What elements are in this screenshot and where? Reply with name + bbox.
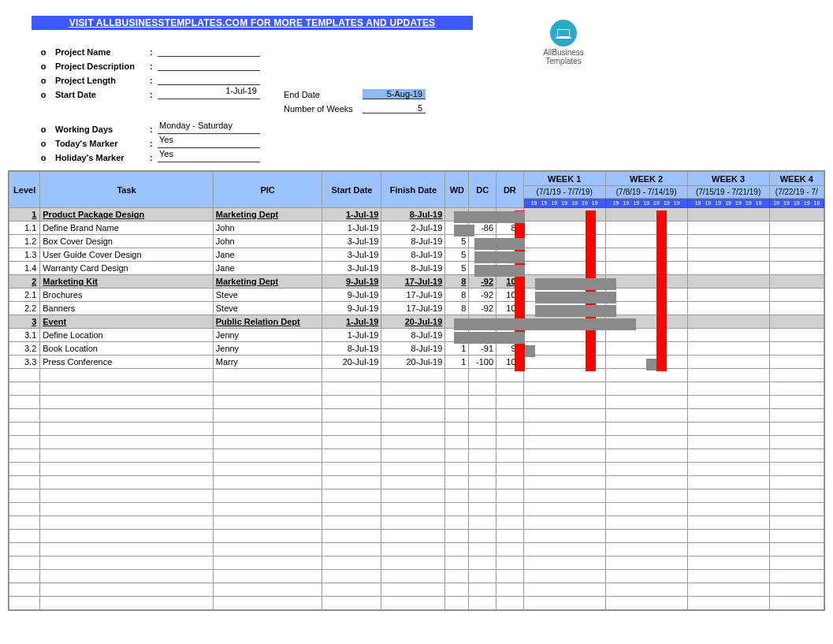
gantt-bar[interactable] — [535, 278, 616, 290]
meta-extra-value[interactable]: 5-Aug-19 — [363, 89, 426, 99]
cell-finish[interactable]: 8-Jul-19 — [381, 208, 445, 221]
gantt-bar[interactable] — [535, 292, 616, 303]
cell-finish[interactable]: 17-Jul-19 — [381, 288, 445, 302]
cell-level[interactable]: 3.3 — [9, 356, 40, 369]
meta-value[interactable] — [158, 58, 260, 71]
cell-level[interactable]: 2 — [9, 275, 40, 288]
cell-start[interactable]: 9-Jul-19 — [322, 302, 381, 315]
gantt-bar[interactable] — [474, 265, 525, 277]
logo[interactable]: AllBusiness Templates — [536, 20, 591, 65]
meta-value[interactable]: 1-Jul-19 — [158, 86, 260, 99]
cell-task[interactable]: Book Location — [40, 342, 214, 356]
cell-pic[interactable]: Jenny — [213, 329, 322, 342]
cell-finish[interactable]: 8-Jul-19 — [381, 262, 445, 275]
cell-pic[interactable]: John — [213, 235, 322, 248]
meta-value[interactable]: Yes — [158, 149, 260, 162]
gantt-bar[interactable] — [474, 251, 525, 263]
cell-level[interactable]: 3.1 — [9, 329, 40, 342]
cell-task[interactable]: Box Cover Design — [40, 235, 214, 248]
cell-pic[interactable]: Marketing Dept — [213, 208, 322, 221]
cell-task[interactable]: Warranty Card Design — [40, 262, 214, 275]
cell-finish[interactable]: 2-Jul-19 — [381, 221, 445, 235]
col-pic[interactable]: PIC — [213, 172, 322, 208]
cell-pic[interactable]: John — [213, 221, 322, 235]
cell-task[interactable]: Define Location — [40, 329, 214, 342]
cell-start[interactable]: 3-Jul-19 — [322, 262, 381, 275]
cell-task[interactable]: Define Brand Name — [40, 221, 214, 235]
cell-pic[interactable]: Jane — [213, 262, 322, 275]
cell-level[interactable]: 1.4 — [9, 262, 40, 275]
cell-level[interactable]: 3 — [9, 315, 40, 329]
cell-level[interactable]: 2.2 — [9, 302, 40, 315]
cell-pic[interactable]: Steve — [213, 302, 322, 315]
cell-start[interactable]: 8-Jul-19 — [322, 342, 381, 356]
cell-task[interactable]: Banners — [40, 302, 214, 315]
cell-level[interactable]: 1.3 — [9, 248, 40, 262]
meta-label: Project Length — [55, 76, 150, 85]
col-task[interactable]: Task — [40, 172, 214, 208]
col-dr[interactable]: DR — [496, 172, 524, 208]
col-finish[interactable]: Finish Date — [381, 172, 445, 208]
gantt-bar[interactable] — [474, 238, 525, 250]
col-wd[interactable]: WD — [445, 172, 469, 208]
cell-start[interactable]: 9-Jul-19 — [322, 288, 381, 302]
cell-start[interactable]: 1-Jul-19 — [322, 221, 381, 235]
gantt-bar[interactable] — [646, 359, 656, 370]
cell-finish[interactable]: 20-Jul-19 — [381, 356, 445, 369]
gantt-bar[interactable] — [454, 332, 525, 344]
cell-start[interactable]: 9-Jul-19 — [322, 275, 381, 288]
gantt-bar[interactable] — [454, 318, 636, 330]
cell-finish[interactable]: 20-Jul-19 — [381, 315, 445, 329]
cell-task[interactable]: Event — [40, 315, 214, 329]
gantt-table-wrap: Level Task PIC Start Date Finish Date WD… — [8, 170, 825, 611]
meta-value[interactable]: Monday - Saturday — [158, 121, 260, 134]
cell-pic[interactable]: Marketing Dept — [213, 275, 322, 288]
cell-pic[interactable]: Public Relation Dept — [213, 315, 322, 329]
meta-value[interactable]: Yes — [158, 135, 260, 148]
col-week3[interactable]: WEEK 3 — [687, 172, 769, 186]
cell-level[interactable]: 1.1 — [9, 221, 40, 235]
col-start[interactable]: Start Date — [322, 172, 381, 208]
cell-start[interactable]: 20-Jul-19 — [322, 356, 381, 369]
meta-value[interactable] — [158, 43, 260, 57]
bullet-icon: o — [32, 47, 55, 57]
cell-start[interactable]: 1-Jul-19 — [322, 329, 381, 342]
gantt-bar[interactable] — [525, 345, 535, 357]
cell-pic[interactable]: Jane — [213, 248, 322, 262]
cell-start[interactable]: 1-Jul-19 — [322, 208, 381, 221]
cell-level[interactable]: 2.1 — [9, 288, 40, 302]
cell-pic[interactable]: Jenny — [213, 342, 322, 356]
cell-task[interactable]: Brochures — [40, 288, 214, 302]
gantt-bar[interactable] — [535, 305, 616, 317]
cell-task[interactable]: Press Conference — [40, 356, 214, 369]
gantt-bar[interactable] — [454, 211, 525, 223]
meta-extra-value[interactable]: 5 — [363, 103, 426, 114]
col-level[interactable]: Level — [9, 172, 40, 208]
cell-finish[interactable]: 8-Jul-19 — [381, 342, 445, 356]
cell-finish[interactable]: 17-Jul-19 — [381, 275, 445, 288]
cell-level[interactable]: 1.2 — [9, 235, 40, 248]
cell-finish[interactable]: 8-Jul-19 — [381, 248, 445, 262]
cell-finish[interactable]: 17-Jul-19 — [381, 302, 445, 315]
gantt-bar[interactable] — [454, 225, 474, 236]
col-week4[interactable]: WEEK 4 — [769, 172, 824, 186]
meta-label: Working Days — [55, 125, 150, 134]
cell-start[interactable]: 3-Jul-19 — [322, 248, 381, 262]
cell-start[interactable]: 3-Jul-19 — [322, 235, 381, 248]
cell-pic[interactable]: Marry — [213, 356, 322, 369]
meta-value[interactable] — [158, 72, 260, 85]
cell-level[interactable]: 1 — [9, 208, 40, 221]
day-strip-cell: 19191919191919 — [687, 199, 769, 208]
cell-finish[interactable]: 8-Jul-19 — [381, 235, 445, 248]
banner-link[interactable]: VISIT ALLBUSINESSTEMPLATES.COM FOR MORE … — [32, 16, 473, 30]
cell-pic[interactable]: Steve — [213, 288, 322, 302]
cell-task[interactable]: User Guide Cover Design — [40, 248, 214, 262]
cell-task[interactable]: Product Package Design — [40, 208, 214, 221]
cell-task[interactable]: Marketing Kit — [40, 275, 214, 288]
cell-level[interactable]: 3.2 — [9, 342, 40, 356]
col-dc[interactable]: DC — [469, 172, 496, 208]
cell-start[interactable]: 1-Jul-19 — [322, 315, 381, 329]
col-week1[interactable]: WEEK 1 — [523, 172, 605, 186]
cell-finish[interactable]: 8-Jul-19 — [381, 329, 445, 342]
col-week2[interactable]: WEEK 2 — [605, 172, 687, 186]
